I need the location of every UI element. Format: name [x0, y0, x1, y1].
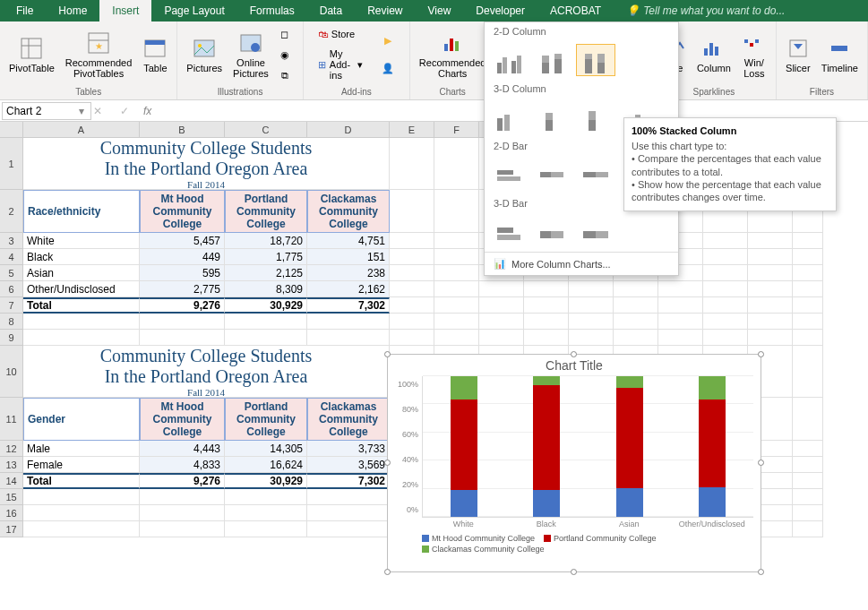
- recommended-charts-button[interactable]: Recommended Charts: [414, 23, 492, 86]
- row-header[interactable]: 3: [0, 233, 23, 249]
- cell[interactable]: [748, 265, 793, 281]
- tab-file[interactable]: File: [4, 0, 46, 21]
- cell[interactable]: 4,751: [307, 233, 390, 249]
- cell[interactable]: [479, 314, 524, 330]
- cell[interactable]: 151: [307, 249, 390, 265]
- cell[interactable]: [479, 297, 524, 314]
- cell[interactable]: [479, 330, 524, 346]
- cell[interactable]: [793, 457, 823, 473]
- row-header[interactable]: 9: [0, 330, 23, 346]
- cell[interactable]: Gender: [23, 398, 140, 441]
- cell[interactable]: [703, 233, 748, 249]
- sparkline-column-button[interactable]: Column: [692, 23, 736, 86]
- sparkline-winloss-button[interactable]: Win/ Loss: [736, 23, 772, 86]
- cell[interactable]: [703, 314, 748, 330]
- cell[interactable]: [569, 314, 614, 330]
- chart-legend[interactable]: Mt Hood Community CollegePortland Commun…: [388, 530, 761, 555]
- cell[interactable]: [23, 505, 140, 521]
- 100-stacked-column-thumb[interactable]: [576, 44, 615, 76]
- resize-handle[interactable]: [384, 351, 391, 357]
- cell[interactable]: 9,276: [140, 297, 225, 314]
- cell[interactable]: [434, 297, 479, 314]
- formula-cancel-icon[interactable]: ✕: [84, 105, 111, 117]
- cell[interactable]: [307, 314, 390, 330]
- name-box[interactable]: [2, 102, 91, 120]
- tab-data[interactable]: Data: [307, 0, 355, 21]
- cell[interactable]: [390, 314, 434, 330]
- cell[interactable]: [524, 297, 569, 314]
- cell[interactable]: [614, 297, 658, 314]
- slicer-button[interactable]: Slicer: [780, 23, 816, 86]
- cell[interactable]: Total: [23, 297, 140, 314]
- cell[interactable]: Total: [23, 473, 140, 489]
- cell[interactable]: Male: [23, 441, 140, 457]
- cell[interactable]: [793, 346, 823, 398]
- tab-review[interactable]: Review: [355, 0, 415, 21]
- cell[interactable]: [390, 190, 434, 233]
- chart-title[interactable]: Chart Title: [388, 355, 761, 376]
- cell[interactable]: 2,125: [225, 265, 307, 281]
- stacked-bar-thumb[interactable]: [533, 159, 572, 191]
- 3d-clustered-bar-thumb[interactable]: [490, 216, 529, 248]
- cell[interactable]: 3,569: [307, 457, 390, 473]
- col-header[interactable]: C: [225, 122, 307, 138]
- row-header[interactable]: 17: [0, 521, 23, 537]
- cell[interactable]: [479, 281, 524, 297]
- cell[interactable]: 2,162: [307, 281, 390, 297]
- cell[interactable]: [390, 297, 434, 314]
- row-header[interactable]: 13: [0, 457, 23, 473]
- row-header[interactable]: 11: [0, 398, 23, 441]
- recommended-pivot-button[interactable]: ★Recommended PivotTables: [60, 23, 138, 86]
- cell[interactable]: [748, 233, 793, 249]
- tab-formulas[interactable]: Formulas: [237, 0, 307, 21]
- bing-maps-button[interactable]: ▶: [377, 32, 402, 50]
- smartart-button[interactable]: ◉: [274, 46, 299, 64]
- cell[interactable]: [703, 297, 748, 314]
- col-header[interactable]: F: [434, 122, 479, 138]
- row-header[interactable]: 1: [0, 138, 23, 190]
- cell[interactable]: [23, 489, 140, 505]
- cell[interactable]: [524, 330, 569, 346]
- cell[interactable]: [748, 249, 793, 265]
- row-header[interactable]: 4: [0, 249, 23, 265]
- cell[interactable]: [614, 314, 658, 330]
- cell[interactable]: [140, 521, 225, 537]
- cell[interactable]: [23, 521, 140, 537]
- col-header[interactable]: B: [140, 122, 225, 138]
- cell[interactable]: 30,929: [225, 297, 307, 314]
- pictures-button[interactable]: Pictures: [181, 23, 228, 86]
- cell[interactable]: 16,624: [225, 457, 307, 473]
- tab-acrobat[interactable]: ACROBAT: [537, 0, 614, 21]
- cell[interactable]: [140, 505, 225, 521]
- cell[interactable]: [434, 190, 479, 233]
- row-header[interactable]: 2: [0, 190, 23, 233]
- timeline-button[interactable]: Timeline: [816, 23, 864, 86]
- stacked-column-thumb[interactable]: [533, 44, 572, 76]
- row-header[interactable]: 7: [0, 297, 23, 314]
- cell[interactable]: [307, 489, 390, 505]
- cell[interactable]: [390, 249, 434, 265]
- resize-handle[interactable]: [758, 460, 764, 466]
- cell[interactable]: [23, 330, 140, 346]
- cell[interactable]: [307, 330, 390, 346]
- select-all-corner[interactable]: [0, 122, 23, 138]
- clustered-bar-thumb[interactable]: [490, 159, 529, 191]
- cell[interactable]: [793, 473, 823, 489]
- row-header[interactable]: 8: [0, 314, 23, 330]
- cell[interactable]: Clackamas Community College: [307, 190, 390, 233]
- table-button[interactable]: Table: [137, 23, 173, 86]
- cell[interactable]: 595: [140, 265, 225, 281]
- resize-handle[interactable]: [758, 569, 764, 575]
- cell[interactable]: [569, 330, 614, 346]
- cell[interactable]: Community College StudentsIn the Portlan…: [23, 346, 390, 398]
- cell[interactable]: [793, 265, 823, 281]
- cell[interactable]: [703, 265, 748, 281]
- cell[interactable]: [225, 330, 307, 346]
- cell[interactable]: 2,775: [140, 281, 225, 297]
- 3d-stacked-thumb[interactable]: [533, 101, 572, 133]
- row-header[interactable]: 10: [0, 346, 23, 398]
- cell[interactable]: [793, 330, 823, 346]
- tab-view[interactable]: View: [416, 0, 464, 21]
- cell[interactable]: [434, 281, 479, 297]
- store-button[interactable]: 🛍Store: [314, 27, 366, 41]
